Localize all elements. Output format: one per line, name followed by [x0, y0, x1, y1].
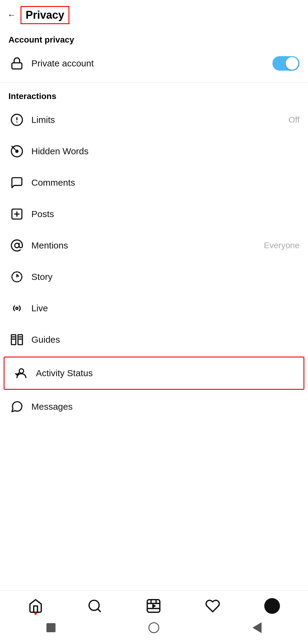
hidden-words-icon [8, 143, 25, 160]
reels-icon [146, 598, 161, 614]
search-icon [87, 598, 102, 614]
live-icon [8, 300, 25, 317]
lock-icon [8, 55, 25, 72]
activity-status-label: Activity Status [36, 368, 295, 378]
hidden-words-label: Hidden Words [31, 146, 300, 156]
activity-nav-item[interactable] [205, 598, 220, 614]
search-nav-item[interactable] [87, 598, 102, 614]
home-icon [28, 598, 43, 614]
svg-marker-24 [152, 604, 156, 609]
section-divider [0, 82, 308, 82]
private-account-toggle[interactable] [272, 56, 300, 71]
svg-line-22 [97, 609, 100, 612]
mentions-row[interactable]: Mentions Everyone [0, 230, 308, 261]
android-nav-bar [0, 616, 308, 642]
live-row[interactable]: Live [0, 293, 308, 324]
story-row[interactable]: Story [0, 261, 308, 293]
private-account-label: Private account [31, 58, 272, 69]
story-icon [8, 268, 25, 285]
activity-status-row[interactable]: Activity Status [4, 357, 304, 390]
heart-icon [205, 598, 220, 614]
guides-label: Guides [31, 335, 300, 345]
activity-status-icon [13, 365, 30, 382]
toggle-knob [286, 57, 298, 70]
alert-circle-icon [8, 111, 25, 128]
messages-icon [8, 398, 25, 415]
comments-row[interactable]: Comments [0, 167, 308, 198]
page-title: Privacy [21, 6, 69, 24]
reels-nav-item[interactable] [146, 598, 161, 614]
svg-point-20 [19, 369, 24, 373]
mention-icon [8, 237, 25, 254]
bottom-nav [0, 591, 308, 644]
avatar [264, 598, 280, 614]
account-privacy-label: Account privacy [0, 29, 308, 48]
bottom-nav-items [0, 596, 308, 616]
svg-rect-0 [12, 63, 22, 69]
comments-label: Comments [31, 178, 300, 188]
svg-point-13 [16, 307, 18, 309]
guides-row[interactable]: Guides [0, 324, 308, 355]
interactions-label: Interactions [0, 85, 308, 104]
hidden-words-row[interactable]: Hidden Words [0, 136, 308, 167]
posts-icon [8, 206, 25, 223]
home-notification-dot [34, 612, 37, 615]
story-label: Story [31, 272, 300, 282]
back-button[interactable]: ← [7, 11, 16, 19]
limits-row[interactable]: Limits Off [0, 104, 308, 136]
android-recents-button[interactable] [46, 623, 56, 632]
messages-label: Messages [31, 402, 300, 412]
private-account-row[interactable]: Private account [0, 48, 308, 79]
posts-row[interactable]: Posts [0, 198, 308, 230]
live-label: Live [31, 303, 300, 313]
svg-point-9 [15, 243, 19, 248]
home-nav-item[interactable] [28, 598, 43, 614]
android-back-button[interactable] [252, 622, 262, 633]
messages-row[interactable]: Messages [0, 391, 308, 422]
header: ← Privacy [0, 0, 308, 29]
limits-value: Off [288, 115, 300, 125]
mentions-label: Mentions [31, 240, 264, 251]
guides-icon [8, 331, 25, 348]
android-home-button[interactable] [148, 622, 159, 633]
mentions-value: Everyone [264, 241, 300, 250]
comment-icon [8, 174, 25, 191]
profile-nav-item[interactable] [264, 598, 280, 614]
posts-label: Posts [31, 209, 300, 219]
limits-label: Limits [31, 115, 288, 125]
